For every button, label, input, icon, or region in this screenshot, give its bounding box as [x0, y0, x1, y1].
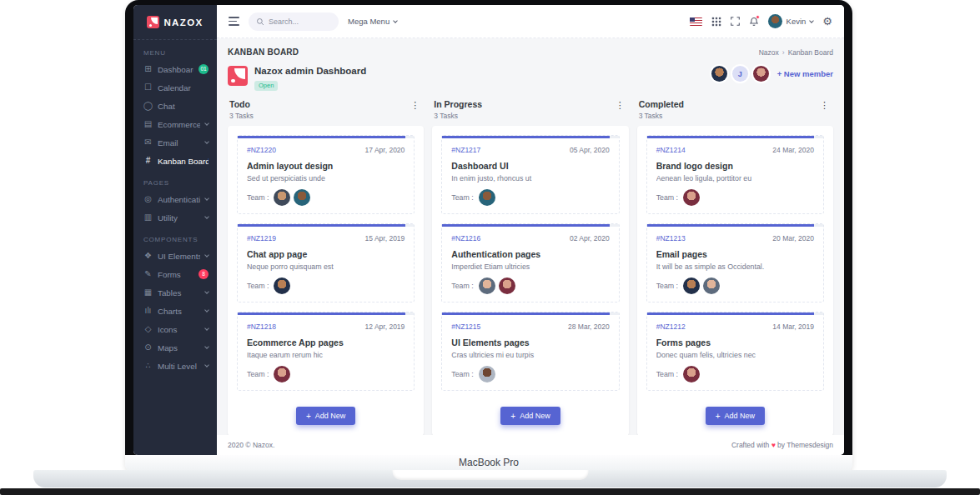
avatar	[274, 278, 290, 294]
user-menu[interactable]: Kevin	[768, 14, 814, 28]
sidebar-item-authentication[interactable]: ◎ Authentication	[133, 190, 217, 208]
kanban-icon: #	[143, 157, 153, 165]
sidebar-item-kanban-board[interactable]: # Kanban Board	[133, 152, 217, 170]
column-name: Todo	[229, 99, 254, 109]
add-new-label: Add New	[315, 412, 346, 420]
new-member-button[interactable]: + New member	[777, 69, 833, 78]
task-card[interactable]: #NZ1212 14 Mar, 2019 Forms pages Donec q…	[646, 312, 824, 391]
settings-button[interactable]: ⚙	[822, 16, 832, 27]
mega-menu-label: Mega Menu	[348, 17, 389, 26]
sidebar-item-ui-elements[interactable]: ❖ UI Elements	[133, 247, 217, 265]
task-card[interactable]: #NZ1220 17 Apr, 2020 Admin layout design…	[237, 135, 415, 214]
task-title: Email pages	[656, 249, 814, 259]
task-ref-link[interactable]: #NZ1212	[656, 322, 686, 331]
chevron-down-icon	[204, 196, 209, 201]
footer-copyright: 2020 © Nazox.	[228, 441, 274, 449]
user-avatar	[768, 14, 782, 28]
sidebar-item-forms[interactable]: ✎ Forms 8	[133, 265, 217, 283]
page-title: KANBAN BOARD	[228, 48, 299, 57]
macbook-mockup: NAZOX MENU ⊞ Dashboard 01 ☐ Calendar	[125, 0, 852, 472]
task-card[interactable]: #NZ1214 24 Mar, 2020 Brand logo design A…	[646, 135, 824, 214]
team-label: Team :	[451, 370, 473, 378]
team-label: Team :	[656, 282, 678, 290]
column-name: In Progress	[434, 99, 482, 109]
language-flag-button[interactable]	[690, 18, 702, 26]
fullscreen-button[interactable]	[731, 17, 740, 26]
avatar	[703, 278, 720, 294]
task-ref-link[interactable]: #NZ1217	[451, 146, 480, 154]
mega-menu-button[interactable]: Mega Menu	[348, 17, 397, 26]
chevron-down-icon	[204, 308, 209, 312]
status-badge: Open	[254, 81, 278, 91]
task-title: Chat app page	[247, 249, 405, 259]
task-title: Admin layout design	[247, 161, 405, 171]
task-description: Donec quam felis, ultricies nec	[656, 351, 814, 359]
chevron-down-icon	[204, 214, 209, 219]
sidebar-item-label: Utility	[158, 213, 200, 222]
menu-toggle-icon[interactable]	[229, 17, 239, 26]
task-title: Authentication pages	[451, 249, 609, 259]
task-date: 12 Apr, 2019	[365, 322, 405, 331]
task-card[interactable]: #NZ1215 28 Mar, 2020 UI Elements pages C…	[441, 312, 619, 391]
kanban-board: Todo 3 Tasks ⋮ #NZ1220	[228, 98, 833, 436]
task-date: 14 Mar, 2019	[772, 322, 814, 331]
macbook-notch	[392, 470, 588, 480]
sidebar-item-charts[interactable]: ılı Charts	[133, 302, 217, 320]
sidebar-item-maps[interactable]: ⊙ Maps	[133, 338, 217, 357]
column-menu-icon[interactable]: ⋮	[614, 99, 626, 112]
notifications-button[interactable]	[749, 17, 759, 27]
chevron-down-icon	[810, 18, 815, 23]
column-menu-icon[interactable]: ⋮	[409, 99, 421, 112]
app-footer: 2020 © Nazox. Crafted with ♥ by Themesde…	[217, 435, 844, 455]
add-new-button[interactable]: + Add New	[706, 407, 765, 425]
task-title: Brand logo design	[656, 161, 814, 171]
apps-grid-button[interactable]	[711, 17, 721, 27]
avatar	[294, 189, 310, 206]
tables-icon: ▦	[143, 288, 153, 297]
task-card[interactable]: #NZ1217 05 Apr, 2020 Dashboard UI In eni…	[441, 135, 619, 214]
sidebar-item-icons[interactable]: ◇ Icons	[133, 320, 217, 338]
sidebar-item-chat[interactable]: ◯ Chat	[133, 97, 217, 115]
sidebar-item-tables[interactable]: ▦ Tables	[133, 283, 217, 302]
sidebar-item-ecommerce[interactable]: ▤ Ecommerce	[133, 115, 217, 133]
member-avatar[interactable]	[753, 66, 769, 82]
member-initial-avatar[interactable]: J	[732, 66, 748, 82]
member-avatar[interactable]	[711, 66, 727, 82]
brand-logo[interactable]: NAZOX	[133, 5, 217, 40]
task-card[interactable]: #NZ1216 02 Apr, 2020 Authentication page…	[441, 223, 619, 302]
sidebar-item-email[interactable]: ✉ Email	[133, 133, 217, 152]
add-new-button[interactable]: + Add New	[500, 407, 560, 425]
task-ref-link[interactable]: #NZ1218	[247, 322, 276, 331]
board-logo-icon	[228, 66, 248, 86]
task-ref-link[interactable]: #NZ1220	[247, 146, 276, 154]
task-ref-link[interactable]: #NZ1214	[656, 146, 686, 154]
task-ref-link[interactable]: #NZ1215	[451, 322, 480, 331]
chevron-down-icon	[204, 326, 209, 331]
team-label: Team :	[656, 193, 678, 202]
sidebar-item-multi-level[interactable]: ∴ Multi Level	[133, 357, 217, 375]
sidebar-item-utility[interactable]: ▥ Utility	[133, 208, 217, 227]
task-progress-bar	[647, 136, 823, 138]
sidebar-item-label: Kanban Board	[158, 157, 209, 166]
task-description: It will be as simple as Occidental.	[656, 262, 814, 271]
search-input[interactable]	[269, 18, 329, 26]
sidebar-item-calendar[interactable]: ☐ Calendar	[133, 78, 217, 97]
task-card[interactable]: #NZ1213 20 Mar, 2020 Email pages It will…	[646, 223, 824, 302]
column-task-count: 3 Tasks	[229, 112, 254, 120]
sidebar-item-label: Maps	[158, 343, 200, 352]
add-new-button[interactable]: + Add New	[296, 407, 355, 425]
breadcrumb-root[interactable]: Nazox	[759, 48, 779, 57]
sidebar-item-label: Ecommerce	[158, 120, 200, 129]
task-card[interactable]: #NZ1219 15 Apr, 2019 Chat app page Neque…	[237, 223, 415, 302]
column-menu-icon[interactable]: ⋮	[818, 99, 831, 112]
task-title: UI Elements pages	[451, 338, 609, 348]
task-card[interactable]: #NZ1218 12 Apr, 2019 Ecommerce App pages…	[237, 312, 415, 391]
avatar	[683, 189, 700, 206]
sidebar-item-dashboard[interactable]: ⊞ Dashboard 01	[133, 60, 217, 78]
task-ref-link[interactable]: #NZ1216	[451, 234, 480, 242]
plus-icon: +	[510, 412, 515, 420]
task-progress-bar	[442, 312, 618, 315]
task-date: 28 Mar, 2020	[568, 322, 610, 331]
task-ref-link[interactable]: #NZ1219	[247, 234, 276, 242]
task-ref-link[interactable]: #NZ1213	[656, 234, 686, 242]
